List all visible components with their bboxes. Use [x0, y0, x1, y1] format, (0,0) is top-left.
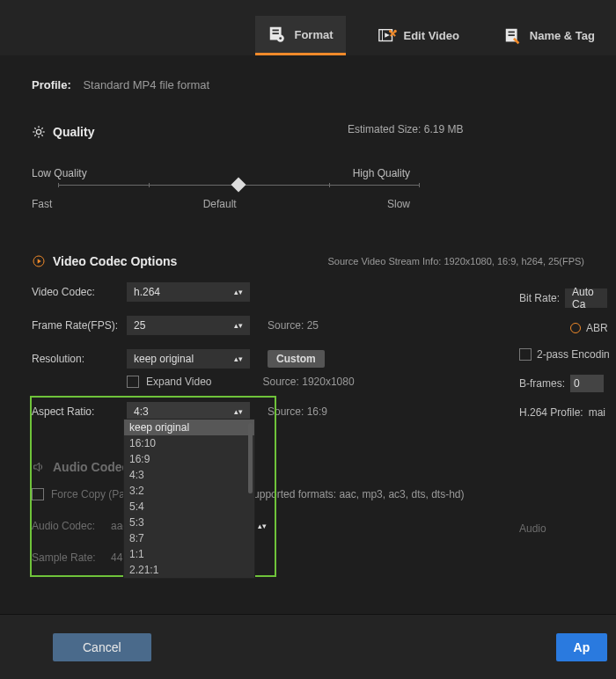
sample-rate-label: Sample Rate: — [32, 551, 104, 564]
video-codec-title: Video Codec Options — [53, 254, 177, 268]
aspect-ratio-source: Source: 16:9 — [268, 405, 327, 418]
dropdown-option[interactable]: 16:10 — [124, 435, 254, 451]
profile-row: Profile: Standard MP4 file format — [32, 55, 584, 91]
resolution-source: Source: 1920x1080 — [263, 376, 355, 388]
aspect-ratio-value: 4:3 — [134, 405, 149, 418]
tab-format-label: Format — [294, 28, 333, 41]
dropdown-option[interactable]: 16:9 — [124, 451, 254, 467]
svg-line-18 — [34, 128, 35, 128]
quality-range-labels: Low Quality High Quality — [32, 167, 410, 179]
gear-icon — [32, 125, 46, 139]
cancel-button[interactable]: Cancel — [53, 633, 151, 661]
audio-right-label: Audio — [519, 522, 546, 535]
dropdown-option[interactable]: 4:3 — [124, 467, 254, 483]
slow-label: Slow — [387, 198, 410, 210]
svg-marker-23 — [38, 259, 41, 263]
speed-labels: Fast Default Slow — [32, 198, 410, 210]
speaker-icon — [32, 460, 46, 474]
audio-codec-header: Audio Codec Options — [32, 460, 584, 474]
quality-slider[interactable] — [58, 185, 419, 186]
spinner-icon: ▴▾ — [234, 407, 243, 416]
resolution-label: Resolution: — [32, 353, 120, 365]
force-copy-label: Force Copy (Pa — [51, 488, 125, 500]
svg-line-21 — [41, 128, 42, 128]
aspect-ratio-dropdown[interactable]: keep original 16:10 16:9 4:3 3:2 5:4 5:3… — [123, 419, 255, 579]
video-codec-label: Video Codec: — [32, 286, 120, 298]
tab-format[interactable]: Format — [255, 16, 345, 55]
svg-point-9 — [393, 29, 396, 32]
svg-point-8 — [389, 29, 392, 32]
low-quality-label: Low Quality — [32, 167, 87, 179]
audio-codec-label: Audio Codec: — [32, 520, 104, 532]
bitrate-select[interactable]: Auto Ca — [565, 288, 607, 308]
spinner-icon: ▴▾ — [234, 321, 243, 330]
resolution-select[interactable]: keep original ▴▾ — [127, 349, 250, 369]
frame-rate-select[interactable]: 25 ▴▾ — [127, 316, 250, 335]
aspect-ratio-label: Aspect Ratio: — [32, 405, 120, 418]
force-copy-checkbox[interactable] — [32, 488, 44, 500]
h264-profile-value: mai — [589, 406, 605, 419]
quality-header: Quality — [32, 125, 584, 139]
dropdown-option[interactable]: 5:3 — [124, 515, 254, 530]
expand-video-label: Expand Video — [146, 376, 212, 388]
dropdown-option[interactable]: 3:2 — [124, 483, 254, 499]
tab-name-label: Name & Tag — [530, 29, 595, 42]
frame-rate-label: Frame Rate(FPS): — [32, 319, 120, 332]
tab-edit-video[interactable]: Edit Video — [365, 16, 472, 55]
svg-point-13 — [36, 129, 40, 134]
tab-name-tag[interactable]: Name & Tag — [491, 16, 607, 55]
slider-knob[interactable] — [231, 178, 246, 193]
footer: Cancel Ap — [0, 614, 616, 679]
estimated-size: Estimated Size: 6.19 MB — [348, 123, 463, 135]
dropdown-option[interactable]: 5:4 — [124, 499, 254, 515]
abr-radio[interactable] — [570, 323, 581, 333]
edit-video-icon — [378, 26, 397, 46]
supported-formats: Supported formats: aac, mp3, ac3, dts, d… — [246, 488, 464, 500]
svg-line-19 — [41, 135, 42, 135]
dropdown-scrollbar[interactable] — [248, 423, 253, 493]
format-icon — [268, 25, 287, 44]
bframes-label: B-frames: — [519, 377, 565, 390]
twopass-checkbox[interactable] — [519, 348, 532, 361]
right-column: Bit Rate: Auto Ca ABR 2-pass Encodin B-f… — [519, 288, 610, 549]
dropdown-option[interactable]: keep original — [124, 420, 254, 435]
source-stream-info: Source Video Stream Info: 1920x1080, 16:… — [328, 256, 584, 266]
frame-rate-value: 25 — [134, 319, 145, 332]
video-codec-select[interactable]: h.264 ▴▾ — [127, 282, 250, 302]
expand-video-checkbox[interactable] — [127, 376, 139, 388]
quality-title: Quality — [53, 125, 94, 139]
profile-label: Profile: — [32, 78, 71, 91]
svg-line-20 — [34, 135, 35, 135]
video-codec-header: Video Codec Options — [32, 254, 177, 268]
profile-value: Standard MP4 file format — [83, 78, 209, 91]
svg-marker-24 — [34, 463, 40, 471]
h264-profile-label: H.264 Profile: — [519, 406, 583, 419]
spinner-icon: ▴▾ — [234, 288, 243, 296]
dropdown-option[interactable]: 2.21:1 — [124, 562, 254, 578]
bitrate-value: Auto Ca — [572, 286, 600, 310]
svg-point-4 — [280, 37, 282, 40]
fast-label: Fast — [32, 198, 52, 210]
tab-bar: Format Edit Video Name & Tag — [0, 0, 616, 55]
resolution-value: keep original — [134, 353, 194, 365]
name-tag-icon — [503, 26, 523, 46]
abr-label: ABR — [586, 322, 608, 334]
spinner-icon: ▴▾ — [234, 354, 243, 363]
dropdown-option[interactable]: 1:1 — [124, 546, 254, 562]
spinner-icon[interactable]: ▴▾ — [258, 522, 267, 530]
bframes-input[interactable] — [570, 375, 604, 392]
bitrate-label: Bit Rate: — [519, 292, 560, 304]
svg-marker-7 — [385, 33, 390, 38]
default-label: Default — [203, 198, 237, 210]
frame-rate-source: Source: 25 — [268, 319, 319, 332]
tab-edit-label: Edit Video — [404, 29, 459, 42]
video-codec-value: h.264 — [134, 286, 160, 298]
play-circle-icon — [32, 254, 46, 268]
twopass-label: 2-pass Encodin — [537, 348, 610, 361]
custom-resolution-button[interactable]: Custom — [268, 350, 325, 368]
dropdown-option[interactable]: 8:7 — [124, 530, 254, 546]
apply-button[interactable]: Ap — [556, 633, 608, 661]
high-quality-label: High Quality — [353, 167, 410, 179]
